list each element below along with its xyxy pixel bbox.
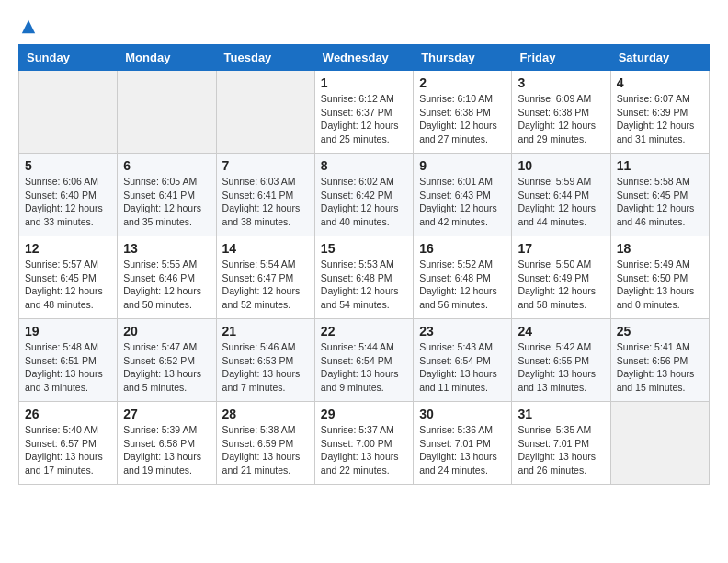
calendar-cell: 2Sunrise: 6:10 AM Sunset: 6:38 PM Daylig… <box>414 71 512 154</box>
calendar-cell: 29Sunrise: 5:37 AM Sunset: 7:00 PM Dayli… <box>314 402 413 485</box>
calendar-cell: 17Sunrise: 5:50 AM Sunset: 6:49 PM Dayli… <box>512 236 610 319</box>
day-number: 3 <box>518 75 604 90</box>
day-number: 6 <box>123 158 210 173</box>
day-info: Sunrise: 5:54 AM Sunset: 6:47 PM Dayligh… <box>222 258 309 312</box>
calendar-cell: 15Sunrise: 5:53 AM Sunset: 6:48 PM Dayli… <box>314 236 413 319</box>
day-info: Sunrise: 5:58 AM Sunset: 6:45 PM Dayligh… <box>617 175 703 229</box>
day-number: 9 <box>419 158 506 173</box>
day-info: Sunrise: 6:06 AM Sunset: 6:40 PM Dayligh… <box>25 175 111 229</box>
day-header-monday: Monday <box>118 45 216 71</box>
day-info: Sunrise: 6:10 AM Sunset: 6:38 PM Dayligh… <box>419 92 506 146</box>
day-number: 19 <box>25 324 111 339</box>
calendar-cell: 22Sunrise: 5:44 AM Sunset: 6:54 PM Dayli… <box>314 319 413 402</box>
calendar-cell: 7Sunrise: 6:03 AM Sunset: 6:41 PM Daylig… <box>216 154 314 236</box>
day-info: Sunrise: 5:44 AM Sunset: 6:54 PM Dayligh… <box>321 340 407 395</box>
day-info: Sunrise: 5:36 AM Sunset: 7:01 PM Dayligh… <box>419 423 506 477</box>
day-info: Sunrise: 5:49 AM Sunset: 6:50 PM Dayligh… <box>617 258 703 312</box>
calendar-header-row: SundayMondayTuesdayWednesdayThursdayFrid… <box>19 45 710 71</box>
logo <box>18 18 37 35</box>
page-header <box>18 18 710 35</box>
day-header-sunday: Sunday <box>19 45 118 71</box>
calendar-cell: 10Sunrise: 5:59 AM Sunset: 6:44 PM Dayli… <box>512 154 610 236</box>
calendar-cell: 9Sunrise: 6:01 AM Sunset: 6:43 PM Daylig… <box>414 154 512 236</box>
day-number: 28 <box>222 407 309 421</box>
day-number: 14 <box>222 241 309 256</box>
day-number: 1 <box>321 75 407 90</box>
day-info: Sunrise: 5:53 AM Sunset: 6:48 PM Dayligh… <box>321 258 407 312</box>
calendar-cell: 5Sunrise: 6:06 AM Sunset: 6:40 PM Daylig… <box>19 154 118 236</box>
day-number: 25 <box>617 324 703 339</box>
day-info: Sunrise: 5:55 AM Sunset: 6:46 PM Dayligh… <box>123 258 210 312</box>
calendar-cell: 18Sunrise: 5:49 AM Sunset: 6:50 PM Dayli… <box>610 236 709 319</box>
calendar-cell <box>118 71 216 154</box>
day-info: Sunrise: 6:09 AM Sunset: 6:38 PM Dayligh… <box>518 92 604 146</box>
day-info: Sunrise: 5:43 AM Sunset: 6:54 PM Dayligh… <box>419 340 506 395</box>
day-info: Sunrise: 5:50 AM Sunset: 6:49 PM Dayligh… <box>518 258 604 312</box>
day-info: Sunrise: 6:03 AM Sunset: 6:41 PM Dayligh… <box>222 175 309 229</box>
day-number: 18 <box>617 241 703 256</box>
calendar-cell: 6Sunrise: 6:05 AM Sunset: 6:41 PM Daylig… <box>118 154 216 236</box>
day-number: 30 <box>419 407 506 421</box>
day-number: 22 <box>321 324 407 339</box>
day-number: 16 <box>419 241 506 256</box>
day-number: 10 <box>518 158 604 173</box>
day-info: Sunrise: 5:47 AM Sunset: 6:52 PM Dayligh… <box>123 340 210 395</box>
day-number: 13 <box>123 241 210 256</box>
calendar-week-row: 26Sunrise: 5:40 AM Sunset: 6:57 PM Dayli… <box>19 402 710 485</box>
calendar-cell <box>216 71 314 154</box>
day-number: 7 <box>222 158 309 173</box>
calendar-cell <box>19 71 118 154</box>
calendar-cell: 19Sunrise: 5:48 AM Sunset: 6:51 PM Dayli… <box>19 319 118 402</box>
calendar-cell: 1Sunrise: 6:12 AM Sunset: 6:37 PM Daylig… <box>314 71 413 154</box>
day-info: Sunrise: 6:02 AM Sunset: 6:42 PM Dayligh… <box>321 175 407 229</box>
day-info: Sunrise: 5:41 AM Sunset: 6:56 PM Dayligh… <box>617 340 703 395</box>
day-number: 17 <box>518 241 604 256</box>
calendar-cell: 27Sunrise: 5:39 AM Sunset: 6:58 PM Dayli… <box>118 402 216 485</box>
day-number: 29 <box>321 407 407 421</box>
calendar-cell: 20Sunrise: 5:47 AM Sunset: 6:52 PM Dayli… <box>118 319 216 402</box>
day-info: Sunrise: 6:01 AM Sunset: 6:43 PM Dayligh… <box>419 175 506 229</box>
day-info: Sunrise: 5:57 AM Sunset: 6:45 PM Dayligh… <box>25 258 111 312</box>
svg-marker-0 <box>22 20 35 33</box>
day-number: 15 <box>321 241 407 256</box>
day-info: Sunrise: 5:48 AM Sunset: 6:51 PM Dayligh… <box>25 340 111 395</box>
day-info: Sunrise: 5:46 AM Sunset: 6:53 PM Dayligh… <box>222 340 309 395</box>
calendar-cell: 11Sunrise: 5:58 AM Sunset: 6:45 PM Dayli… <box>610 154 709 236</box>
calendar-cell: 28Sunrise: 5:38 AM Sunset: 6:59 PM Dayli… <box>216 402 314 485</box>
day-header-thursday: Thursday <box>414 45 512 71</box>
calendar-week-row: 5Sunrise: 6:06 AM Sunset: 6:40 PM Daylig… <box>19 154 710 236</box>
day-info: Sunrise: 6:12 AM Sunset: 6:37 PM Dayligh… <box>321 92 407 146</box>
day-header-tuesday: Tuesday <box>216 45 314 71</box>
calendar-cell: 16Sunrise: 5:52 AM Sunset: 6:48 PM Dayli… <box>414 236 512 319</box>
day-header-friday: Friday <box>512 45 610 71</box>
calendar-week-row: 19Sunrise: 5:48 AM Sunset: 6:51 PM Dayli… <box>19 319 710 402</box>
day-info: Sunrise: 5:52 AM Sunset: 6:48 PM Dayligh… <box>419 258 506 312</box>
calendar-cell <box>610 402 709 485</box>
day-number: 24 <box>518 324 604 339</box>
calendar-cell: 25Sunrise: 5:41 AM Sunset: 6:56 PM Dayli… <box>610 319 709 402</box>
day-number: 4 <box>617 75 703 90</box>
calendar-cell: 30Sunrise: 5:36 AM Sunset: 7:01 PM Dayli… <box>414 402 512 485</box>
calendar-table: SundayMondayTuesdayWednesdayThursdayFrid… <box>18 44 710 485</box>
day-info: Sunrise: 5:39 AM Sunset: 6:58 PM Dayligh… <box>123 423 210 477</box>
calendar-cell: 13Sunrise: 5:55 AM Sunset: 6:46 PM Dayli… <box>118 236 216 319</box>
day-number: 20 <box>123 324 210 339</box>
calendar-cell: 21Sunrise: 5:46 AM Sunset: 6:53 PM Dayli… <box>216 319 314 402</box>
day-number: 26 <box>25 407 111 421</box>
calendar-cell: 3Sunrise: 6:09 AM Sunset: 6:38 PM Daylig… <box>512 71 610 154</box>
day-info: Sunrise: 5:42 AM Sunset: 6:55 PM Dayligh… <box>518 340 604 395</box>
calendar-cell: 26Sunrise: 5:40 AM Sunset: 6:57 PM Dayli… <box>19 402 118 485</box>
day-number: 5 <box>25 158 111 173</box>
day-number: 12 <box>25 241 111 256</box>
day-number: 27 <box>123 407 210 421</box>
calendar-cell: 8Sunrise: 6:02 AM Sunset: 6:42 PM Daylig… <box>314 154 413 236</box>
calendar-cell: 31Sunrise: 5:35 AM Sunset: 7:01 PM Dayli… <box>512 402 610 485</box>
day-number: 2 <box>419 75 506 90</box>
day-header-saturday: Saturday <box>610 45 709 71</box>
day-info: Sunrise: 5:59 AM Sunset: 6:44 PM Dayligh… <box>518 175 604 229</box>
day-header-wednesday: Wednesday <box>314 45 413 71</box>
calendar-cell: 23Sunrise: 5:43 AM Sunset: 6:54 PM Dayli… <box>414 319 512 402</box>
calendar-cell: 14Sunrise: 5:54 AM Sunset: 6:47 PM Dayli… <box>216 236 314 319</box>
day-info: Sunrise: 5:40 AM Sunset: 6:57 PM Dayligh… <box>25 423 111 477</box>
day-number: 23 <box>419 324 506 339</box>
